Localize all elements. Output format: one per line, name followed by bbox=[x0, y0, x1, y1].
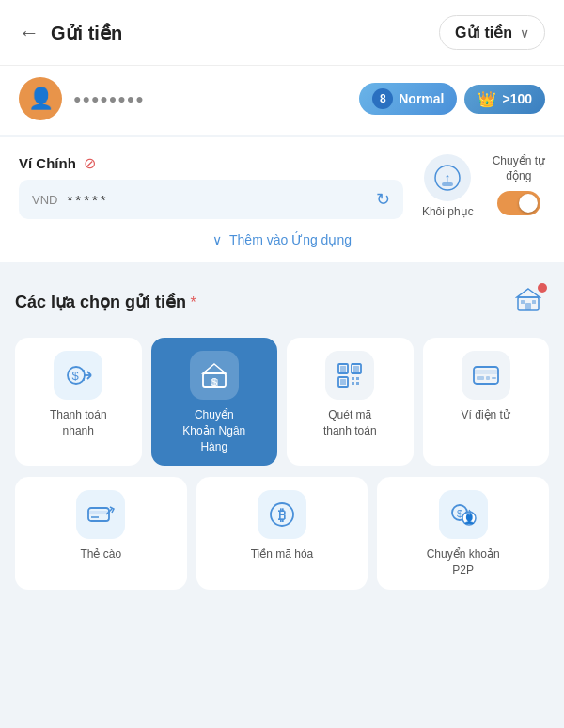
option-p2p[interactable]: $ 👤 Chuyển khoảnP2P bbox=[377, 477, 549, 590]
qr-scan-label: Quét mãthanh toán bbox=[323, 407, 377, 439]
auto-transfer-toggle[interactable] bbox=[497, 191, 540, 215]
svg-text:₿: ₿ bbox=[278, 507, 286, 523]
badge-gold-label: >100 bbox=[502, 91, 532, 106]
svg-rect-30 bbox=[474, 370, 498, 374]
svg-text:$: $ bbox=[212, 376, 217, 388]
add-app-label: Thêm vào Ứng dụng bbox=[229, 232, 352, 247]
bank-transfer-icon: $ bbox=[190, 351, 239, 400]
options-grid-row2: Thẻ cào ₿ Tiền mã hóa $ 👤 bbox=[15, 477, 549, 590]
header-dropdown[interactable]: Gửi tiền ∨ bbox=[439, 15, 545, 50]
add-app-chevron-icon: ∨ bbox=[212, 232, 222, 247]
option-fast-payment[interactable]: $ Thanh toánnhanh bbox=[15, 338, 142, 466]
back-button[interactable]: ← bbox=[19, 21, 39, 45]
wallet-section: Ví Chính ⊘ VND ***** ↻ ↑ Khôi phục bbox=[0, 137, 564, 219]
svg-rect-29 bbox=[474, 367, 498, 384]
restore-icon: ↑ bbox=[424, 154, 471, 201]
badge-normal[interactable]: 8 Normal bbox=[359, 83, 457, 115]
option-qr-scan[interactable]: Quét mãthanh toán bbox=[287, 338, 414, 466]
avatar-icon: 👤 bbox=[28, 87, 54, 111]
svg-text:$: $ bbox=[72, 369, 80, 383]
svg-marker-4 bbox=[517, 289, 540, 297]
e-wallet-label: Ví điện tử bbox=[462, 407, 510, 423]
option-bank-transfer[interactable]: $ ChuyểnKhoản NgânHàng bbox=[151, 338, 278, 466]
avatar: 👤 bbox=[19, 77, 62, 120]
send-section: Các lựa chọn gửi tiền * $ bbox=[0, 262, 564, 609]
svg-rect-23 bbox=[353, 366, 359, 372]
header-left: ← Gửi tiền bbox=[19, 21, 122, 45]
send-title-row: Các lựa chọn gửi tiền * bbox=[15, 281, 549, 323]
svg-text:$: $ bbox=[457, 508, 462, 519]
auto-transfer: Chuyển tựđộng bbox=[493, 154, 545, 215]
svg-rect-26 bbox=[356, 377, 359, 380]
svg-marker-16 bbox=[203, 364, 226, 373]
username: ●●●●●●●● bbox=[73, 91, 145, 106]
option-crypto[interactable]: ₿ Tiền mã hóa bbox=[196, 477, 368, 590]
crown-icon: 👑 bbox=[478, 90, 496, 108]
p2p-icon: $ 👤 bbox=[439, 490, 488, 539]
options-grid-row1: $ Thanh toánnhanh $ Chuyển bbox=[15, 338, 549, 466]
send-title-asterisk: * bbox=[190, 294, 196, 310]
building-icon[interactable] bbox=[508, 281, 549, 323]
badge-normal-label: Normal bbox=[399, 91, 444, 106]
restore-label: Khôi phục bbox=[422, 205, 474, 218]
badges: 8 Normal 👑 >100 bbox=[359, 83, 545, 115]
svg-rect-2 bbox=[442, 182, 453, 186]
svg-rect-31 bbox=[477, 376, 484, 380]
wallet-actions: ↑ Khôi phục Chuyển tựđộng bbox=[422, 154, 545, 218]
page-title: Gửi tiền bbox=[51, 22, 122, 44]
p2p-label: Chuyển khoảnP2P bbox=[427, 546, 500, 578]
bank-transfer-label: ChuyểnKhoản NgânHàng bbox=[182, 407, 245, 454]
svg-rect-27 bbox=[352, 382, 354, 385]
wallet-balance: ***** bbox=[67, 192, 366, 208]
e-wallet-icon bbox=[462, 351, 510, 400]
svg-rect-32 bbox=[486, 376, 490, 380]
fast-payment-label: Thanh toánnhanh bbox=[50, 407, 107, 439]
badge-normal-icon: 8 bbox=[372, 88, 393, 109]
wallet-currency: VND bbox=[32, 193, 57, 207]
scratch-card-label: Thẻ cào bbox=[80, 546, 121, 562]
chevron-down-icon: ∨ bbox=[520, 25, 529, 40]
crypto-label: Tiền mã hóa bbox=[251, 546, 314, 562]
qr-scan-icon bbox=[325, 351, 374, 400]
svg-rect-7 bbox=[532, 300, 536, 304]
svg-rect-22 bbox=[340, 366, 346, 372]
wallet-main: Ví Chính ⊘ VND ***** ↻ bbox=[19, 154, 403, 219]
wallet-row: Ví Chính ⊘ VND ***** ↻ ↑ Khôi phục bbox=[19, 154, 545, 219]
scratch-card-icon bbox=[76, 490, 125, 539]
header: ← Gửi tiền Gửi tiền ∨ bbox=[0, 0, 564, 66]
add-app-row[interactable]: ∨ Thêm vào Ứng dụng bbox=[0, 219, 564, 262]
notification-dot bbox=[538, 283, 547, 293]
wallet-label: Ví Chính bbox=[19, 155, 76, 171]
send-title: Các lựa chọn gửi tiền bbox=[15, 293, 186, 311]
user-info: 👤 ●●●●●●●● bbox=[19, 77, 145, 120]
dropdown-label: Gửi tiền bbox=[455, 24, 512, 41]
restore-action[interactable]: ↑ Khôi phục bbox=[422, 154, 474, 218]
wallet-balance-row: VND ***** ↻ bbox=[19, 180, 403, 219]
svg-rect-6 bbox=[521, 300, 525, 304]
building-icon-symbol bbox=[515, 286, 541, 318]
auto-transfer-label: Chuyển tựđộng bbox=[493, 154, 545, 183]
wallet-label-row: Ví Chính ⊘ bbox=[19, 154, 403, 172]
option-scratch-card[interactable]: Thẻ cào bbox=[15, 477, 187, 590]
fast-payment-icon: $ bbox=[54, 351, 102, 400]
svg-rect-28 bbox=[356, 382, 359, 385]
svg-rect-24 bbox=[340, 379, 346, 385]
refresh-icon[interactable]: ↻ bbox=[376, 189, 390, 210]
eye-slash-icon[interactable]: ⊘ bbox=[84, 154, 96, 172]
badge-gold[interactable]: 👑 >100 bbox=[464, 85, 545, 114]
user-row: 👤 ●●●●●●●● 8 Normal 👑 >100 bbox=[0, 66, 564, 135]
svg-rect-33 bbox=[492, 377, 496, 379]
send-title-group: Các lựa chọn gửi tiền * bbox=[15, 292, 196, 312]
svg-rect-5 bbox=[525, 303, 531, 310]
svg-rect-25 bbox=[352, 377, 354, 380]
crypto-icon: ₿ bbox=[258, 490, 306, 539]
option-e-wallet[interactable]: Ví điện tử bbox=[423, 338, 550, 466]
